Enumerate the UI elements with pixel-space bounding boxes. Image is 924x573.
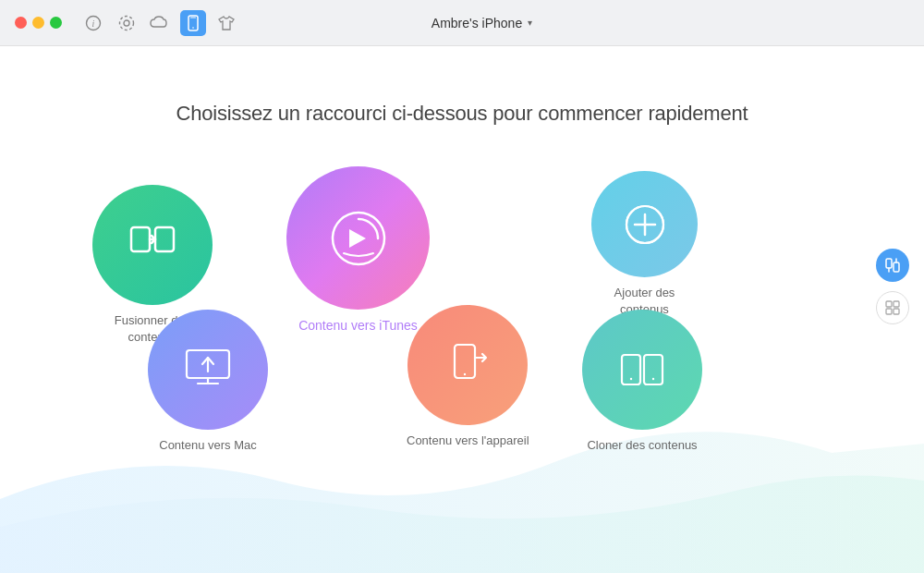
- cloner-item: Cloner des contenus: [582, 310, 702, 454]
- svg-rect-20: [622, 355, 640, 384]
- phone-arrow-icon: [440, 337, 495, 393]
- mac-icon: [179, 341, 237, 398]
- svg-rect-18: [455, 345, 475, 378]
- ajouter-button[interactable]: [591, 171, 698, 277]
- titlebar: i Ambre's iPhone: [0, 0, 924, 46]
- svg-rect-8: [155, 227, 174, 251]
- svg-rect-29: [894, 309, 899, 314]
- svg-rect-25: [894, 262, 899, 272]
- ajouter-item: Ajouter descontenus: [591, 171, 698, 318]
- appareil-button[interactable]: [407, 305, 528, 425]
- svg-rect-28: [886, 309, 892, 314]
- svg-point-22: [630, 378, 632, 380]
- mac-item: Contenu vers Mac: [148, 310, 268, 454]
- clone-icon: [614, 342, 670, 397]
- mac-button[interactable]: [148, 310, 268, 430]
- svg-point-2: [124, 20, 129, 26]
- phone-icon[interactable]: [180, 10, 206, 36]
- mac-label: Contenu vers Mac: [159, 437, 257, 454]
- music-icon: [325, 205, 392, 272]
- shirt-icon[interactable]: [213, 10, 239, 36]
- settings-icon[interactable]: [114, 10, 140, 36]
- minimize-button[interactable]: [32, 17, 44, 29]
- info-icon[interactable]: i: [80, 10, 106, 36]
- close-button[interactable]: [15, 17, 27, 29]
- appareil-item: Contenu vers l'appareil: [407, 305, 529, 449]
- titlebar-left: i: [15, 10, 239, 36]
- traffic-lights: [15, 17, 62, 29]
- svg-rect-26: [886, 301, 892, 307]
- page-title: Choisissez un raccourci ci-dessous pour …: [176, 102, 748, 126]
- shortcuts-grid: Fusionner descontenus Contenu vers iTune…: [74, 166, 850, 499]
- cloud-icon[interactable]: [147, 10, 173, 36]
- svg-text:i: i: [92, 18, 95, 29]
- svg-rect-7: [131, 227, 150, 251]
- itunes-label: Contenu vers iTunes: [298, 317, 418, 335]
- grid-view-button[interactable]: [876, 291, 909, 324]
- device-name: Ambre's iPhone: [432, 16, 522, 30]
- cloner-label: Cloner des contenus: [587, 437, 697, 454]
- svg-point-23: [652, 378, 654, 380]
- itunes-button[interactable]: [286, 166, 430, 310]
- transfer-button[interactable]: [876, 249, 909, 282]
- merge-icon: [126, 218, 179, 272]
- svg-point-5: [192, 27, 194, 29]
- appareil-label: Contenu vers l'appareil: [407, 433, 529, 449]
- svg-rect-27: [894, 301, 899, 307]
- main-content: Choisissez un raccourci ci-dessous pour …: [0, 46, 924, 573]
- svg-rect-24: [886, 259, 892, 268]
- svg-point-19: [464, 373, 466, 375]
- plus-circle-icon: [622, 201, 668, 248]
- maximize-button[interactable]: [50, 17, 62, 29]
- fusionner-button[interactable]: [92, 185, 213, 305]
- svg-point-3: [120, 16, 134, 30]
- grid-icon: [885, 300, 900, 315]
- cloner-button[interactable]: [582, 310, 702, 430]
- device-selector[interactable]: Ambre's iPhone ▾: [432, 16, 532, 30]
- svg-rect-21: [644, 355, 663, 384]
- right-panel: [876, 249, 909, 324]
- chevron-down-icon: ▾: [528, 18, 532, 28]
